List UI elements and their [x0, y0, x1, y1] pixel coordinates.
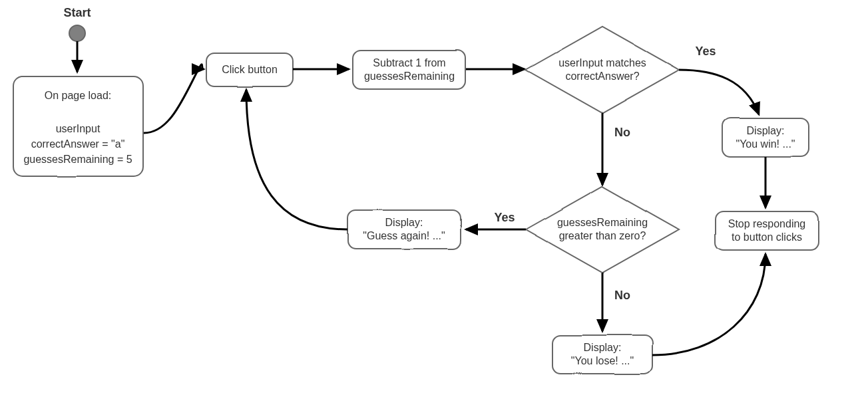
start-label: Start: [63, 6, 91, 19]
node-guess-again: [347, 210, 461, 249]
lose-line1: Display:: [584, 342, 622, 353]
svg-rect-5: [347, 210, 461, 249]
pageload-line2: userInput: [56, 123, 101, 134]
edge-label-no1: No: [614, 126, 630, 139]
node-decision1: [526, 27, 679, 113]
decision2-line2: greater than zero?: [559, 230, 646, 241]
edge-guessagain-to-click: [246, 90, 347, 229]
edge-label-no2: No: [614, 289, 630, 302]
stop-line2: to button clicks: [732, 231, 802, 243]
stop-line1: Stop responding: [728, 218, 806, 229]
flowchart-diagram: Start On page load: userInput correctAns…: [0, 0, 868, 395]
guess-again-line2: "Guess again! ...": [363, 230, 445, 241]
start-node: [69, 25, 85, 41]
subtract-line2: guessesRemaining: [364, 70, 455, 82]
subtract-line1: Subtract 1 from: [373, 57, 445, 68]
edge-pageload-to-click: [144, 65, 204, 133]
decision1-line1: userInput matches: [558, 57, 646, 68]
node-subtract: [353, 51, 466, 89]
win-line2: "You win! ...": [736, 138, 795, 150]
edge-label-yes2: Yes: [494, 211, 515, 224]
click-button-text: Click button: [222, 64, 278, 75]
svg-rect-6: [552, 335, 652, 374]
pageload-line3: correctAnswer = "a": [31, 138, 125, 150]
edge-label-yes1: Yes: [695, 45, 716, 58]
win-line1: Display:: [747, 125, 785, 136]
edge-lose-to-stop: [652, 254, 765, 355]
node-stop: [716, 211, 819, 250]
node-lose: [552, 335, 652, 374]
svg-rect-4: [716, 211, 819, 250]
lose-line2: "You lose! ...": [571, 355, 634, 366]
node-win: [722, 118, 809, 157]
pageload-line4: guessesRemaining = 5: [23, 154, 132, 165]
svg-rect-2: [353, 51, 466, 89]
decision1-line2: correctAnswer?: [565, 70, 639, 82]
node-decision2: [526, 186, 679, 273]
decision2-line1: guessesRemaining: [557, 217, 648, 228]
edge-decision1-yes: [679, 70, 759, 114]
pageload-line1: On page load:: [45, 90, 112, 101]
guess-again-line1: Display:: [385, 217, 423, 228]
svg-rect-3: [722, 118, 809, 157]
